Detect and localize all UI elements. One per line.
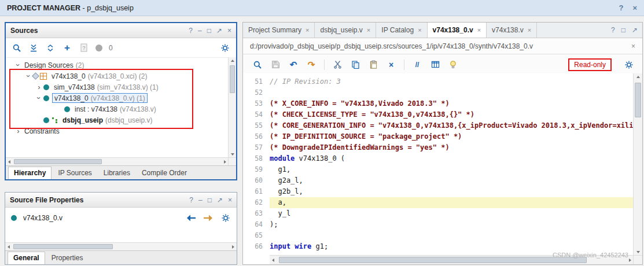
sources-tab-ip-sources[interactable]: IP Sources (53, 167, 97, 179)
code-line[interactable] (270, 87, 634, 98)
tree-item-design-sources[interactable]: ›Design Sources(2) (6, 60, 229, 71)
cut-icon[interactable] (332, 60, 343, 70)
sources-vertical-scrollbar[interactable] (228, 57, 236, 158)
properties-tab-general[interactable]: General (8, 252, 45, 264)
float-icon[interactable]: ↗ (217, 197, 223, 204)
code-line[interactable]: g1, (270, 164, 634, 175)
scroll-left-icon[interactable] (6, 158, 13, 165)
tree-item-v74x138-0[interactable]: ›v74x138_0(v74x138_0.xci) (2) (6, 71, 229, 82)
toggle-comment-icon[interactable]: // (412, 60, 422, 70)
close-path-icon[interactable]: × (631, 42, 635, 50)
properties-horizontal-scrollbar[interactable] (5, 242, 237, 250)
undo-icon[interactable]: ↶ (288, 60, 299, 70)
line-number-gutter: 51525354555657585960616263646566 (243, 73, 270, 256)
expander-icon[interactable]: › (35, 94, 43, 102)
expander-icon[interactable]: › (35, 83, 43, 91)
close-tab-icon[interactable]: × (306, 27, 309, 34)
tree-item-v74x138-0[interactable]: ›v74x138_0(v74x138_0.v) (1) (6, 93, 229, 104)
code-line[interactable]: g2b_l, (270, 186, 634, 197)
back-arrow-icon[interactable] (186, 213, 196, 223)
delete-icon[interactable]: × (386, 60, 396, 70)
copy-icon[interactable] (350, 60, 360, 70)
minimize-icon[interactable]: – (198, 197, 203, 204)
help-icon[interactable]: ? (189, 197, 193, 204)
close-tab-icon[interactable]: × (418, 27, 421, 34)
close-tab-icon[interactable]: × (528, 27, 531, 34)
scroll-up-icon[interactable] (229, 57, 236, 64)
code-line[interactable]: module v74x138_0 ( (270, 153, 634, 164)
scrollbar-thumb[interactable] (279, 257, 587, 263)
tab-v74x138-v[interactable]: v74x138.v× (487, 23, 537, 38)
scroll-left-icon[interactable] (270, 256, 277, 264)
code-line[interactable]: (* CORE_GENERATION_INFO = "v74x138_0,v74… (270, 120, 634, 131)
code-line[interactable]: (* CHECK_LICENSE_TYPE = "v74x138_0,v74x1… (270, 109, 634, 120)
tab-v74x138-0-v[interactable]: v74x138_0.v× (428, 23, 487, 38)
tab-ip-catalog[interactable]: IP Catalog× (376, 23, 427, 38)
forward-arrow-icon[interactable] (203, 213, 214, 223)
tree-item-dsbjq-useip[interactable]: dsbjq_useip(dsbjq_useip.v) (6, 114, 229, 125)
tree-item-inst-v74x138[interactable]: inst : v74x138(v74x138.v) (6, 104, 229, 114)
maximize-icon[interactable]: □ (208, 197, 212, 204)
sources-tab-hierarchy[interactable]: Hierarchy (8, 167, 51, 179)
code-line[interactable] (270, 230, 634, 241)
editor-settings-gear-icon[interactable] (624, 60, 634, 70)
scrollbar-thumb[interactable] (635, 83, 641, 117)
code-line[interactable]: ); (270, 219, 634, 230)
float-icon[interactable]: ↗ (632, 27, 638, 34)
read-only-badge[interactable]: Read-only (568, 58, 612, 71)
scroll-right-icon[interactable] (230, 243, 237, 250)
sources-tab-libraries[interactable]: Libraries (98, 167, 135, 179)
code-line[interactable]: // IP Revision: 3 (270, 76, 634, 87)
help-icon[interactable]: ? (619, 3, 623, 12)
code-line[interactable]: (* IP_DEFINITION_SOURCE = "package_proje… (270, 131, 634, 142)
scrollbar-thumb[interactable] (14, 159, 102, 164)
add-sources-icon[interactable]: + (62, 43, 72, 53)
collapse-all-icon[interactable] (28, 43, 39, 53)
help-icon[interactable]: ? (611, 27, 615, 34)
tree-item-sim-v74x138[interactable]: ›sim_v74x138(sim_v74x138.v) (1) (6, 82, 229, 93)
tab-dsbjq-useip-v[interactable]: dsbjq_useip.v× (315, 23, 376, 38)
search-icon[interactable] (12, 43, 22, 53)
settings-gear-icon[interactable] (220, 43, 230, 53)
properties-tab-properties[interactable]: Properties (46, 252, 89, 264)
sources-panel: Sources ?–□↗× + ? 0 ›Design Source (5, 22, 237, 180)
minimize-icon[interactable]: – (198, 27, 202, 34)
code-line[interactable]: input wire g1; (270, 241, 634, 252)
maximize-icon[interactable]: □ (207, 27, 211, 34)
find-icon[interactable] (252, 60, 263, 70)
editor-vertical-scrollbar[interactable] (633, 73, 642, 256)
lightbulb-icon[interactable] (448, 60, 458, 70)
code-line[interactable]: y_l (270, 208, 634, 219)
sources-tab-compile-order[interactable]: Compile Order (137, 167, 192, 179)
redo-icon[interactable]: ↷ (306, 60, 317, 70)
expander-icon[interactable]: › (14, 127, 23, 135)
columns-icon[interactable] (430, 60, 440, 70)
save-icon[interactable] (270, 60, 281, 70)
code-line[interactable]: a, (270, 197, 634, 208)
scrollbar-thumb[interactable] (230, 65, 235, 93)
scroll-left-icon[interactable] (5, 243, 12, 250)
expand-collapse-icon[interactable] (45, 43, 56, 53)
close-icon[interactable]: × (228, 197, 232, 204)
code-editor[interactable]: 51525354555657585960616263646566 // IP R… (243, 73, 642, 256)
paste-icon[interactable] (368, 60, 378, 70)
close-tab-icon[interactable]: × (367, 27, 370, 34)
scrollbar-thumb[interactable] (13, 244, 113, 249)
code-line[interactable]: g2a_l, (270, 175, 634, 186)
code-line[interactable]: (* DowngradeIPIdentifiedWarnings = "yes"… (270, 142, 634, 153)
help-doc-icon[interactable]: ? (79, 43, 89, 53)
sources-horizontal-scrollbar[interactable] (6, 157, 229, 165)
scroll-up-icon[interactable] (634, 73, 642, 80)
code-line[interactable]: (* X_CORE_INFO = "v74x138,Vivado 2018.3"… (270, 98, 634, 109)
code-lines[interactable]: // IP Revision: 3(* X_CORE_INFO = "v74x1… (270, 73, 634, 256)
help-icon[interactable]: ? (189, 27, 193, 34)
maximize-icon[interactable]: □ (621, 27, 625, 34)
close-icon[interactable]: × (632, 3, 637, 12)
close-icon[interactable]: × (227, 27, 231, 34)
float-icon[interactable]: ↗ (216, 27, 222, 34)
close-tab-icon[interactable]: × (477, 27, 481, 34)
tree-item-constraints[interactable]: ›Constraints (6, 125, 229, 136)
expander-icon[interactable]: › (14, 61, 23, 69)
settings-gear-icon[interactable] (220, 213, 231, 223)
tab-project-summary[interactable]: Project Summary× (243, 23, 315, 38)
